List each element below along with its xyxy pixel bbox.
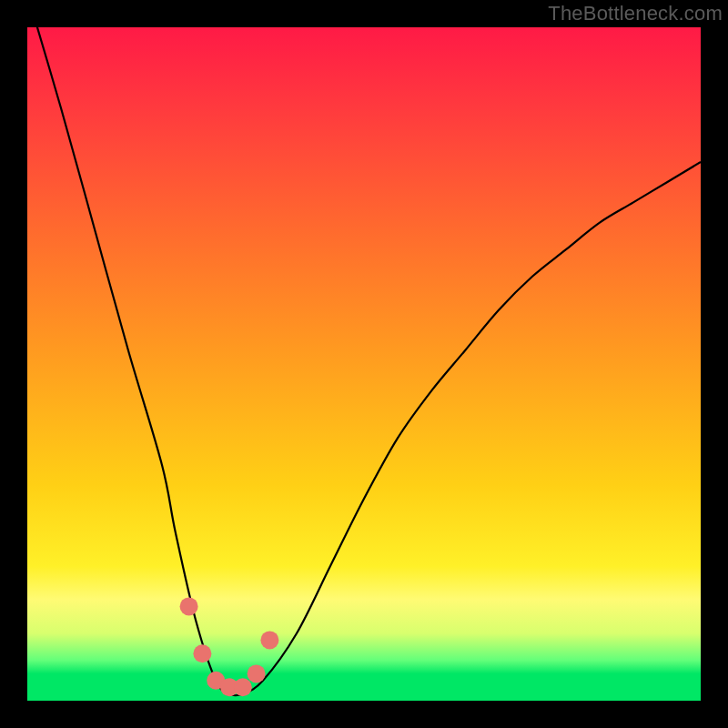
marker-point <box>180 597 198 615</box>
curve-layer <box>27 27 701 701</box>
marker-point <box>248 664 266 682</box>
marker-point <box>234 678 252 696</box>
bottleneck-curve <box>27 27 701 695</box>
marker-point <box>260 631 278 649</box>
chart-frame: TheBottleneck.com <box>0 0 728 728</box>
watermark-text: TheBottleneck.com <box>548 2 723 25</box>
marker-point <box>193 644 211 662</box>
marker-group <box>180 597 279 696</box>
plot-area <box>27 27 701 701</box>
